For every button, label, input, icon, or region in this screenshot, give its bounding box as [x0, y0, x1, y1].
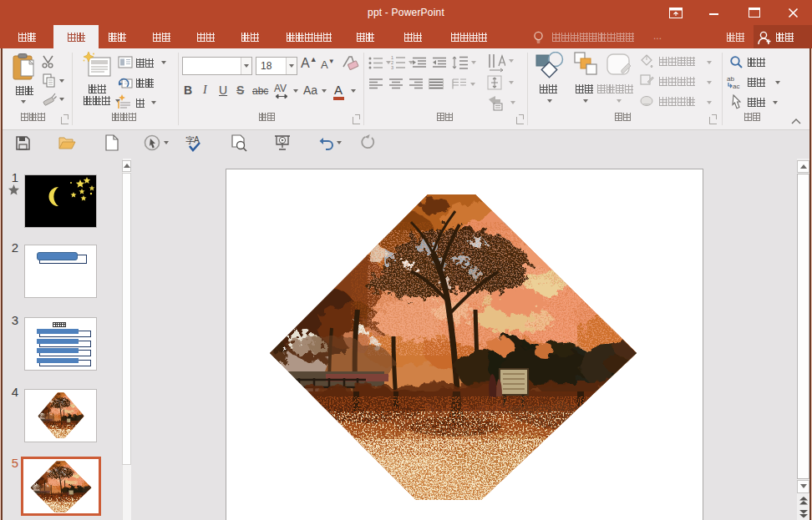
- svg-text:ac: ac: [733, 83, 739, 89]
- svg-text:3: 3: [391, 65, 393, 70]
- svg-text:ab: ab: [727, 75, 734, 83]
